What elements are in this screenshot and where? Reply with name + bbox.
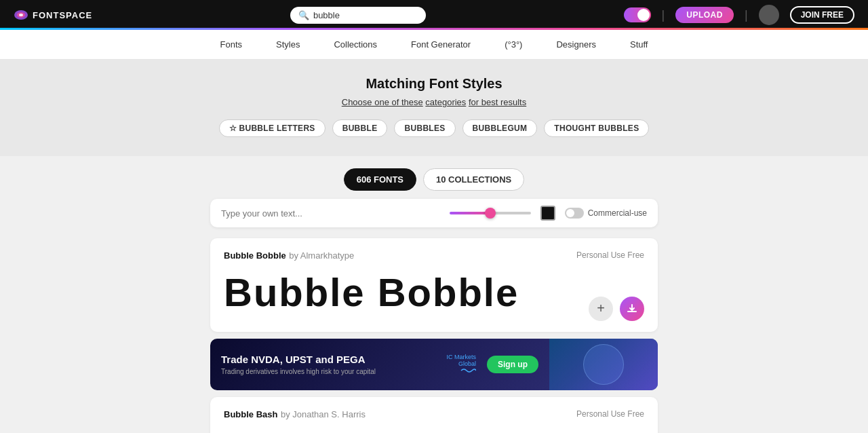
pill-bubblegum[interactable]: BUBBLEGUM bbox=[462, 119, 538, 137]
font-actions: + bbox=[589, 297, 644, 321]
ad-logo: IC Markets Global bbox=[446, 354, 476, 375]
theme-toggle[interactable] bbox=[624, 7, 651, 22]
pill-thought-bubbles[interactable]: THOUGHT BUBBLES bbox=[544, 119, 649, 137]
matching-subtitle: Choose one of these categories for best … bbox=[14, 97, 854, 107]
ad-title: Trade NVDA, UPST and PEGA bbox=[221, 354, 376, 365]
font-name-bash[interactable]: Bubble Bash bbox=[224, 409, 277, 419]
font-license: Personal Use Free bbox=[576, 250, 644, 260]
nav-fonts[interactable]: Fonts bbox=[220, 39, 242, 50]
font-card-header-bash: Bubble Bash by Jonathan S. Harris Person… bbox=[224, 408, 644, 420]
logo[interactable]: FONTSPACE bbox=[14, 7, 92, 22]
font-card-header: Bubble Bobble by Almarkhatype Personal U… bbox=[224, 249, 644, 261]
nav-font-generator[interactable]: Font Generator bbox=[411, 39, 471, 50]
upload-button[interactable]: UPLOAD bbox=[675, 7, 734, 23]
ad-image-placeholder bbox=[549, 339, 658, 390]
matching-banner: Matching Font Styles Choose one of these… bbox=[0, 60, 868, 156]
logo-text: FONTSPACE bbox=[33, 10, 92, 20]
commercial-use-toggle[interactable]: Commercial-use bbox=[565, 208, 647, 219]
ad-left: Trade NVDA, UPST and PEGA Trading deriva… bbox=[221, 354, 376, 375]
nav-right: | UPLOAD | JOIN FREE bbox=[624, 5, 854, 25]
font-preview-area: Commercial-use Bubble Bobble by Almarkha… bbox=[0, 199, 868, 433]
nav-designers[interactable]: Designers bbox=[556, 39, 596, 50]
pill-bubbles[interactable]: BUBBLES bbox=[394, 119, 455, 137]
logo-icon bbox=[14, 7, 28, 22]
nav-styles[interactable]: Styles bbox=[276, 39, 300, 50]
pill-bubble[interactable]: BUBBLE bbox=[332, 119, 388, 137]
categories-link[interactable]: categories bbox=[425, 97, 466, 107]
font-count-tabs: 606 FONTS 10 COLLECTIONS bbox=[0, 156, 868, 199]
font-card-bottom: Bubble Bobble + bbox=[224, 271, 644, 321]
divider: | bbox=[662, 8, 665, 22]
top-navigation: FONTSPACE 🔍 | UPLOAD | JOIN FREE bbox=[0, 0, 868, 30]
font-card-bubble-bobble: Bubble Bobble by Almarkhatype Personal U… bbox=[210, 238, 658, 332]
font-name[interactable]: Bubble Bobble bbox=[224, 250, 286, 261]
download-icon bbox=[627, 303, 637, 314]
search-bar[interactable]: 🔍 bbox=[290, 7, 426, 24]
advertisement-banner[interactable]: Trade NVDA, UPST and PEGA Trading deriva… bbox=[210, 339, 658, 390]
color-picker[interactable] bbox=[540, 206, 555, 221]
commercial-label-text: Commercial-use bbox=[588, 208, 647, 218]
category-pills: BUBBLE LETTERS BUBBLE BUBBLES BUBBLEGUM … bbox=[14, 119, 854, 137]
font-author-bash: by bbox=[281, 409, 292, 419]
preview-text-input[interactable] bbox=[221, 208, 440, 219]
font-preview-text: Bubble Bobble bbox=[224, 271, 519, 314]
commercial-toggle-switch[interactable] bbox=[565, 208, 584, 219]
ad-logo-icon bbox=[460, 367, 476, 374]
search-input[interactable] bbox=[313, 10, 418, 20]
nav-emoji[interactable]: (°3°) bbox=[505, 39, 522, 50]
matching-title: Matching Font Styles bbox=[14, 76, 854, 92]
font-preview-text-bash: BUBBLE BASH bbox=[224, 430, 452, 433]
size-slider-area bbox=[450, 212, 531, 214]
size-slider-track[interactable] bbox=[450, 212, 531, 214]
secondary-navigation: Fonts Styles Collections Font Generator … bbox=[0, 30, 868, 60]
pill-bubble-letters[interactable]: BUBBLE LETTERS bbox=[219, 119, 326, 137]
join-free-button[interactable]: JOIN FREE bbox=[790, 6, 854, 24]
toggle-thumb bbox=[637, 9, 650, 21]
nav-stuff[interactable]: Stuff bbox=[630, 39, 648, 50]
divider2: | bbox=[745, 8, 748, 22]
controls-bar: Commercial-use bbox=[210, 199, 658, 227]
font-author-name[interactable]: Almarkhatype bbox=[300, 250, 354, 261]
add-to-collection-button[interactable]: + bbox=[589, 297, 613, 321]
font-author: by bbox=[289, 250, 300, 261]
font-card-bottom-bash: BUBBLE BASH + bbox=[224, 430, 644, 433]
avatar[interactable] bbox=[759, 5, 779, 25]
ad-subtitle: Trading derivatives involves high risk t… bbox=[221, 368, 376, 375]
nav-collections[interactable]: Collections bbox=[334, 39, 377, 50]
font-card-bubble-bash: Bubble Bash by Jonathan S. Harris Person… bbox=[210, 397, 658, 433]
ad-image bbox=[549, 339, 658, 390]
svg-point-2 bbox=[19, 14, 23, 16]
fonts-count-button[interactable]: 606 FONTS bbox=[344, 168, 416, 191]
commercial-toggle-thumb bbox=[566, 209, 574, 217]
ad-cta-button[interactable]: Sign up bbox=[487, 356, 538, 373]
font-title: Bubble Bobble by Almarkhatype bbox=[224, 249, 354, 261]
size-slider-thumb[interactable] bbox=[485, 208, 496, 219]
font-author-name-bash[interactable]: Jonathan S. Harris bbox=[292, 409, 366, 419]
ad-content: Trade NVDA, UPST and PEGA Trading deriva… bbox=[210, 339, 549, 390]
download-button[interactable] bbox=[620, 297, 644, 321]
search-icon: 🔍 bbox=[298, 10, 309, 20]
collections-count-button[interactable]: 10 COLLECTIONS bbox=[423, 168, 524, 191]
font-license-bash: Personal Use Free bbox=[576, 409, 644, 419]
font-title-bash: Bubble Bash by Jonathan S. Harris bbox=[224, 408, 366, 420]
